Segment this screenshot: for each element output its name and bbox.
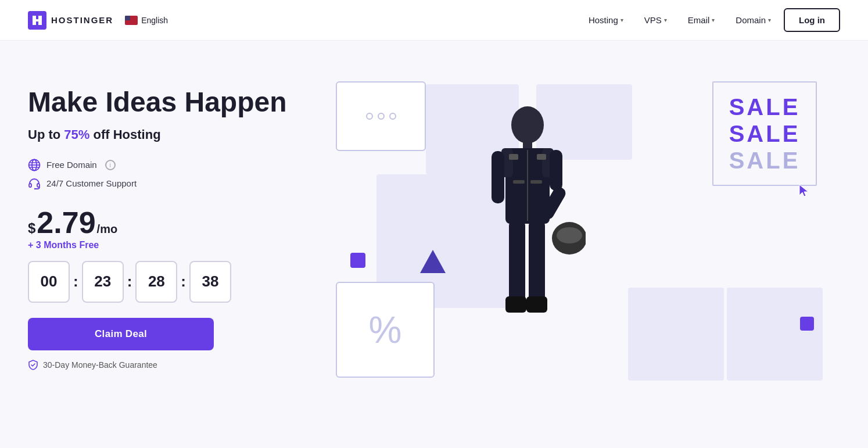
chevron-down-icon: ▾ [620, 17, 623, 23]
nav-domain[interactable]: Domain ▾ [727, 10, 779, 30]
feature-support-text: 24/7 Customer Support [46, 178, 137, 188]
svg-rect-25 [537, 154, 546, 160]
person-svg [469, 99, 586, 401]
sale-box: SALE SALE SALE [712, 81, 817, 186]
price-period: /mo [97, 223, 118, 236]
svg-rect-16 [550, 150, 562, 191]
svg-point-9 [511, 106, 544, 144]
feature-domain-text: Free Domain [46, 160, 97, 170]
svg-rect-20 [509, 221, 525, 302]
browser-dot-3 [389, 113, 396, 120]
svg-rect-24 [509, 154, 518, 160]
person-figure [435, 99, 620, 401]
shield-icon [28, 360, 38, 370]
cursor-icon [798, 184, 811, 201]
deco-square-purple-2 [800, 317, 814, 331]
svg-rect-15 [492, 151, 504, 203]
price-amount: 2.79 [37, 207, 95, 238]
svg-point-19 [557, 227, 582, 243]
lang-label: English [141, 16, 168, 25]
deco-square-4 [727, 288, 823, 381]
sale-text-2: SALE [729, 121, 801, 146]
price-display: $ 2.79 /mo [28, 207, 307, 238]
percent-box: % [336, 282, 435, 378]
feature-domain: Free Domain i [28, 159, 307, 171]
nav-left: HOSTINGER English [28, 11, 168, 30]
feature-support: 24/7 Customer Support [28, 177, 307, 190]
browser-dot-1 [366, 113, 373, 120]
headset-icon [28, 177, 41, 190]
logo-icon [28, 11, 46, 30]
svg-rect-7 [37, 184, 40, 187]
features-list: Free Domain i 24/7 Customer Support [28, 159, 307, 190]
countdown-seconds: 28 [135, 261, 177, 303]
svg-point-8 [34, 188, 35, 189]
hero-subtitle: Up to 75% off Hosting [28, 127, 307, 142]
sale-text-3: SALE [729, 148, 801, 173]
hero-illustration: % SALE SALE SALE [318, 76, 840, 413]
deco-square-purple-1 [350, 253, 365, 268]
chevron-down-icon: ▾ [768, 17, 771, 23]
countdown-timer: 00 : 23 : 28 : 38 [28, 261, 307, 303]
svg-rect-21 [529, 221, 545, 302]
months-free: + 3 Months Free [28, 240, 307, 250]
nav-hosting[interactable]: Hosting ▾ [580, 10, 632, 30]
svg-rect-6 [29, 184, 31, 187]
logo[interactable]: HOSTINGER [28, 11, 113, 30]
deco-square-3 [628, 288, 724, 381]
nav-email[interactable]: Email ▾ [680, 10, 723, 30]
logo-text: HOSTINGER [51, 15, 113, 25]
percent-symbol: % [369, 311, 402, 349]
hero-section: Make Ideas Happen Up to 75% off Hosting … [0, 41, 868, 436]
countdown-centiseconds: 38 [189, 261, 231, 303]
nav-right: Hosting ▾ VPS ▾ Email ▾ Domain ▾ Log in [580, 8, 840, 32]
guarantee-text: 30-Day Money-Back Guarantee [28, 360, 307, 370]
svg-rect-26 [513, 180, 525, 184]
browser-dot-2 [378, 113, 385, 120]
globe-icon [28, 159, 41, 171]
nav-vps[interactable]: VPS ▾ [636, 10, 675, 30]
flag-icon [125, 16, 138, 25]
browser-dots [366, 113, 396, 120]
navbar: HOSTINGER English Hosting ▾ VPS ▾ Email … [0, 0, 868, 41]
countdown-sep-1: : [73, 273, 78, 291]
countdown-minutes: 23 [82, 261, 124, 303]
info-icon[interactable]: i [105, 160, 116, 170]
claim-deal-button[interactable]: Claim Deal [28, 318, 214, 350]
browser-mockup [336, 81, 426, 151]
sale-text-1: SALE [729, 94, 801, 120]
login-button[interactable]: Log in [784, 8, 840, 32]
hero-title: Make Ideas Happen [28, 87, 307, 118]
svg-rect-22 [505, 296, 526, 313]
language-selector[interactable]: English [125, 16, 168, 25]
price-section: $ 2.79 /mo + 3 Months Free [28, 207, 307, 250]
chevron-down-icon: ▾ [712, 17, 715, 23]
price-dollar: $ [28, 220, 35, 236]
countdown-hours: 00 [28, 261, 70, 303]
hero-content: Make Ideas Happen Up to 75% off Hosting … [28, 76, 307, 370]
svg-rect-27 [530, 180, 542, 184]
countdown-sep-3: : [181, 273, 186, 291]
chevron-down-icon: ▾ [664, 17, 667, 23]
countdown-sep-2: : [127, 273, 132, 291]
svg-rect-23 [526, 296, 547, 313]
